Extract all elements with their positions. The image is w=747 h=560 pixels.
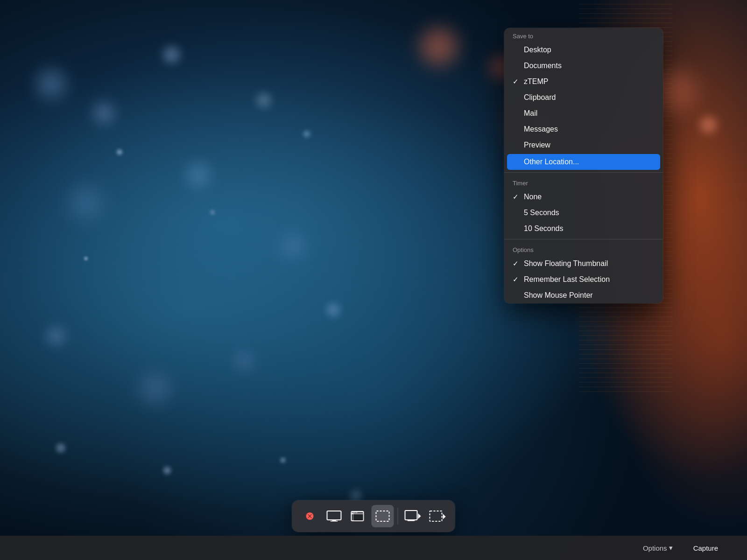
svg-rect-11 (353, 512, 364, 521)
options-button-label: Options (643, 544, 667, 552)
capture-button[interactable]: Capture (683, 540, 728, 556)
record-entire-screen-icon (405, 510, 422, 522)
close-icon (306, 512, 314, 520)
svg-marker-18 (443, 514, 446, 519)
menu-item-timer-none-label: None (524, 193, 542, 201)
capture-portion-button[interactable] (372, 505, 394, 527)
svg-rect-12 (376, 511, 389, 521)
menu-item-messages-label: Messages (524, 125, 558, 133)
menu-item-desktop-label: Desktop (524, 46, 551, 54)
capture-button-label: Capture (693, 544, 718, 552)
menu-item-timer-5s-label: 5 Seconds (524, 209, 559, 217)
checkmark-timer-none: ✓ (513, 193, 522, 201)
menu-item-preview-label: Preview (524, 141, 550, 149)
menu-item-timer-10s[interactable]: 10 Seconds (504, 221, 663, 237)
svg-marker-14 (418, 513, 421, 519)
options-dropdown-button[interactable]: Options ▾ (633, 540, 683, 556)
capture-entire-screen-icon (327, 511, 342, 522)
record-portion-icon (429, 510, 446, 522)
menu-item-documents[interactable]: Documents (504, 58, 663, 74)
svg-rect-16 (408, 520, 415, 521)
menu-item-mail[interactable]: Mail (504, 105, 663, 121)
menu-item-other-location-label: Other Location... (524, 158, 579, 166)
divider-after-timer (504, 239, 663, 239)
svg-rect-5 (331, 521, 338, 522)
options-chevron-icon: ▾ (669, 544, 673, 552)
menu-item-timer-10s-label: 10 Seconds (524, 224, 564, 233)
menu-item-preview[interactable]: Preview (504, 137, 663, 153)
capture-window-icon (351, 510, 366, 522)
menu-item-desktop[interactable]: Desktop (504, 42, 663, 58)
capture-entire-screen-button[interactable] (323, 505, 345, 527)
capture-portion-icon (375, 510, 390, 522)
menu-item-show-floating-thumbnail[interactable]: ✓ Show Floating Thumbnail (504, 256, 663, 272)
menu-item-ztemp-label: zTEMP (524, 77, 548, 86)
menu-item-timer-none[interactable]: ✓ None (504, 189, 663, 205)
menu-item-ztemp[interactable]: ✓ zTEMP (504, 74, 663, 90)
close-button[interactable] (299, 505, 321, 527)
toolbar-divider (398, 508, 398, 525)
svg-rect-13 (405, 511, 417, 520)
screenshot-dropdown-menu: Save to Desktop Documents ✓ zTEMP Clipbo… (504, 28, 663, 303)
capture-window-button[interactable] (347, 505, 370, 527)
screenshot-toolbar (292, 500, 455, 532)
menu-item-show-mouse-pointer[interactable]: Show Mouse Pointer (504, 287, 663, 303)
menu-item-messages[interactable]: Messages (504, 121, 663, 137)
record-portion-button[interactable] (426, 505, 449, 527)
menu-item-remember-last-selection[interactable]: ✓ Remember Last Selection (504, 272, 663, 287)
menu-item-clipboard[interactable]: Clipboard (504, 90, 663, 105)
menu-item-remember-last-selection-label: Remember Last Selection (524, 275, 610, 284)
bottom-bar: Options ▾ Capture (0, 536, 747, 560)
menu-item-mail-label: Mail (524, 109, 537, 118)
menu-item-documents-label: Documents (524, 62, 562, 70)
menu-item-other-location[interactable]: Other Location... (507, 154, 660, 170)
record-entire-screen-button[interactable] (402, 505, 424, 527)
menu-item-show-mouse-pointer-label: Show Mouse Pointer (524, 291, 593, 300)
menu-item-timer-5s[interactable]: 5 Seconds (504, 205, 663, 221)
options-label: Options (504, 242, 663, 256)
menu-item-floating-thumbnail-label: Show Floating Thumbnail (524, 259, 608, 268)
svg-rect-3 (327, 511, 341, 520)
svg-rect-17 (430, 511, 442, 521)
checkmark-remember-last-selection: ✓ (513, 275, 522, 284)
divider-after-save-to (504, 172, 663, 173)
checkmark-ztemp: ✓ (513, 77, 522, 86)
checkmark-floating-thumbnail: ✓ (513, 259, 522, 268)
timer-label: Timer (504, 175, 663, 189)
save-to-label: Save to (504, 28, 663, 42)
menu-item-clipboard-label: Clipboard (524, 93, 556, 102)
